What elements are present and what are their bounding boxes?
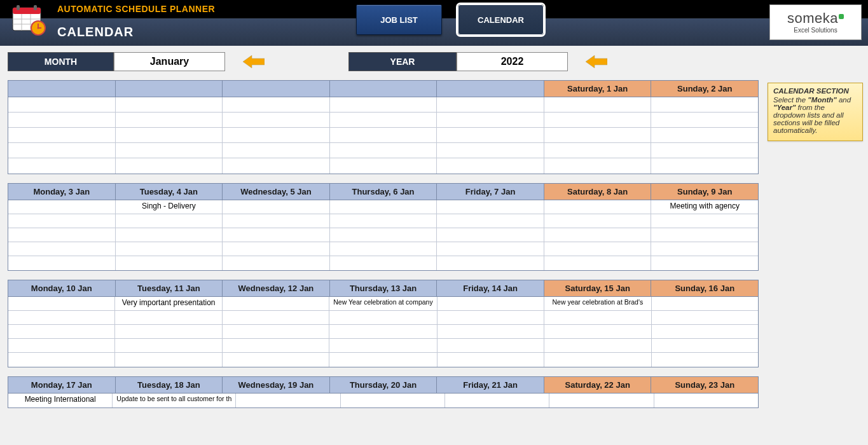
event-slot[interactable] xyxy=(437,311,544,325)
event-slot[interactable] xyxy=(8,311,114,325)
event-slot[interactable] xyxy=(544,339,651,353)
event-slot[interactable] xyxy=(544,143,651,158)
event-slot[interactable] xyxy=(651,242,758,256)
event-slot[interactable] xyxy=(651,113,758,128)
event-slot[interactable] xyxy=(651,214,758,228)
event-slot[interactable] xyxy=(437,214,544,228)
event-slot[interactable] xyxy=(437,128,544,143)
tab-calendar[interactable]: CALENDAR xyxy=(458,4,544,35)
event-slot[interactable] xyxy=(8,339,114,353)
event-slot[interactable] xyxy=(116,143,223,158)
event-slot[interactable] xyxy=(544,214,651,228)
event-slot[interactable] xyxy=(115,311,221,325)
event-slot[interactable] xyxy=(437,200,544,214)
event-slot[interactable] xyxy=(8,256,115,270)
event-slot[interactable] xyxy=(544,311,651,325)
event-slot[interactable]: New Year celebration at company xyxy=(329,297,436,311)
event-slot[interactable] xyxy=(8,325,114,339)
event-slot[interactable] xyxy=(652,311,758,325)
event-slot[interactable] xyxy=(437,297,544,311)
event-slot[interactable] xyxy=(330,256,437,270)
event-slot[interactable] xyxy=(330,128,437,143)
event-slot[interactable] xyxy=(223,158,329,174)
event-slot[interactable]: Meeting International xyxy=(8,394,112,407)
month-dropdown[interactable]: January xyxy=(114,52,225,71)
event-slot[interactable] xyxy=(651,256,758,270)
event-slot[interactable] xyxy=(8,143,115,158)
event-slot[interactable] xyxy=(115,339,221,353)
event-slot[interactable] xyxy=(330,242,437,256)
event-slot[interactable]: Meeting with agency xyxy=(651,200,758,214)
event-slot[interactable] xyxy=(652,353,758,367)
event-slot[interactable] xyxy=(115,353,221,367)
event-slot[interactable] xyxy=(544,228,651,242)
event-slot[interactable] xyxy=(330,228,437,242)
event-slot[interactable] xyxy=(651,97,758,113)
event-slot[interactable] xyxy=(8,353,114,367)
event-slot[interactable] xyxy=(544,97,651,113)
year-dropdown[interactable]: 2022 xyxy=(457,52,568,71)
event-slot[interactable] xyxy=(223,242,329,256)
event-slot[interactable] xyxy=(223,297,329,311)
event-slot[interactable] xyxy=(223,325,329,339)
event-slot[interactable] xyxy=(116,128,223,143)
event-slot[interactable] xyxy=(544,256,651,270)
event-slot[interactable] xyxy=(329,339,436,353)
event-slot[interactable] xyxy=(115,325,221,339)
event-slot[interactable] xyxy=(236,394,340,407)
event-slot[interactable] xyxy=(8,128,115,143)
event-slot[interactable] xyxy=(437,353,544,367)
event-slot[interactable] xyxy=(8,242,115,256)
event-slot[interactable] xyxy=(116,214,223,228)
event-slot[interactable]: New year celebration at Brad's xyxy=(544,297,651,311)
event-slot[interactable] xyxy=(544,128,651,143)
event-slot[interactable] xyxy=(437,97,544,113)
event-slot[interactable] xyxy=(8,214,115,228)
event-slot[interactable]: Singh - Delivery xyxy=(116,200,223,214)
event-slot[interactable] xyxy=(651,143,758,158)
event-slot[interactable] xyxy=(329,353,436,367)
event-slot[interactable] xyxy=(223,200,329,214)
event-slot[interactable] xyxy=(116,256,223,270)
event-slot[interactable] xyxy=(437,256,544,270)
event-slot[interactable] xyxy=(116,242,223,256)
event-slot[interactable] xyxy=(8,228,115,242)
event-slot[interactable] xyxy=(651,228,758,242)
event-slot[interactable] xyxy=(8,158,115,174)
event-slot[interactable] xyxy=(544,200,651,214)
event-slot[interactable] xyxy=(544,353,651,367)
event-slot[interactable] xyxy=(116,158,223,174)
event-slot[interactable] xyxy=(223,113,329,128)
event-slot[interactable] xyxy=(544,242,651,256)
event-slot[interactable] xyxy=(652,297,758,311)
event-slot[interactable] xyxy=(544,113,651,128)
event-slot[interactable] xyxy=(437,339,544,353)
event-slot[interactable] xyxy=(341,394,444,407)
event-slot[interactable] xyxy=(437,113,544,128)
event-slot[interactable] xyxy=(223,228,329,242)
event-slot[interactable] xyxy=(437,242,544,256)
event-slot[interactable] xyxy=(437,325,544,339)
tab-job-list[interactable]: JOB LIST xyxy=(356,4,442,35)
event-slot[interactable]: Very important presentation xyxy=(115,297,221,311)
event-slot[interactable] xyxy=(544,158,651,174)
event-slot[interactable] xyxy=(437,228,544,242)
event-slot[interactable] xyxy=(8,97,115,113)
event-slot[interactable] xyxy=(116,113,223,128)
event-slot[interactable] xyxy=(437,143,544,158)
event-slot[interactable]: Update to be sent to all customer for th xyxy=(113,394,235,407)
event-slot[interactable] xyxy=(223,339,329,353)
event-slot[interactable] xyxy=(330,143,437,158)
event-slot[interactable] xyxy=(223,353,329,367)
event-slot[interactable] xyxy=(330,214,437,228)
event-slot[interactable] xyxy=(223,143,329,158)
event-slot[interactable] xyxy=(329,325,436,339)
event-slot[interactable] xyxy=(652,339,758,353)
event-slot[interactable] xyxy=(654,394,758,407)
event-slot[interactable] xyxy=(330,113,437,128)
event-slot[interactable] xyxy=(223,97,329,113)
event-slot[interactable] xyxy=(116,97,223,113)
event-slot[interactable] xyxy=(8,200,115,214)
event-slot[interactable] xyxy=(652,325,758,339)
event-slot[interactable] xyxy=(330,97,437,113)
